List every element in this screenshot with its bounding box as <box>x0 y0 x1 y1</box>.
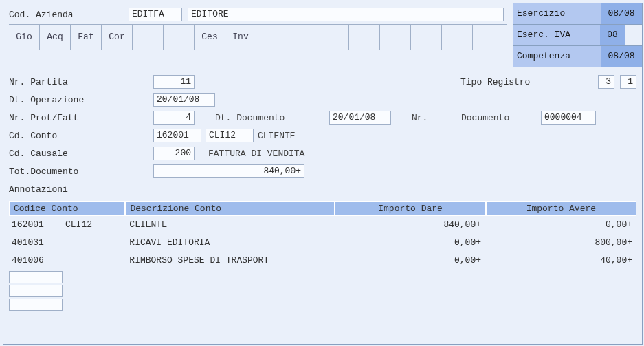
nr-documento-label: Documento <box>457 113 541 123</box>
tab-fat[interactable]: Fat <box>71 25 102 50</box>
cell-dare: 840,00+ <box>334 216 485 234</box>
col-descr-header: Descrizione Conto <box>125 201 335 216</box>
empty-codice-input-3[interactable] <box>9 299 63 311</box>
competenza-value[interactable]: 08/08 <box>601 46 642 67</box>
cd-conto-b-input[interactable] <box>206 129 254 142</box>
cell-descr: RICAVI EDITORIA <box>125 234 334 252</box>
cd-causale-input[interactable] <box>153 147 195 160</box>
tab-empty-6[interactable] <box>349 25 380 50</box>
nr-documento-input[interactable] <box>541 111 596 125</box>
cell-codice: 162001 CLI12 <box>9 216 125 234</box>
col-dare-header: Importo Dare <box>335 201 485 216</box>
tab-inv[interactable]: Inv <box>225 25 256 50</box>
nr-partita-input[interactable] <box>153 75 195 89</box>
esercizio-value[interactable]: 08/08 <box>601 3 642 24</box>
cod-azienda-label: Cod. Azienda <box>9 10 129 20</box>
empty-codice-input-1[interactable] <box>9 271 63 283</box>
cell-descr: RIMBORSO SPESE DI TRASPORT <box>125 252 334 270</box>
cd-conto-label: Cd. Conto <box>9 131 153 141</box>
cod-azienda-code-input[interactable] <box>129 8 182 21</box>
tab-empty-2[interactable] <box>164 25 195 50</box>
form-body: Nr. Partita Tipo Registro Dt. Operazione… <box>3 67 642 332</box>
tab-empty-8[interactable] <box>411 25 442 50</box>
tab-empty-3[interactable] <box>256 25 287 50</box>
tab-empty-7[interactable] <box>380 25 411 50</box>
header-left: Cod. Azienda Gio Acq Fat Cor Ces Inv <box>3 3 513 50</box>
cell-descr: CLIENTE <box>125 216 334 234</box>
exercise-panel: Esercizio 08/08 Eserc. IVA 08 Competenza… <box>513 3 642 67</box>
tab-empty-5[interactable] <box>318 25 349 50</box>
tab-empty-9[interactable] <box>442 25 473 50</box>
tipo-registro-a-input[interactable] <box>598 75 614 89</box>
cd-causale-label: Cd. Causale <box>9 149 153 159</box>
empty-row-inputs <box>9 271 636 311</box>
table-row[interactable]: 401006 RIMBORSO SPESE DI TRASPORT 0,00+ … <box>9 252 636 270</box>
tab-empty-1[interactable] <box>133 25 164 50</box>
nr-prot-fatt-input[interactable] <box>153 111 195 125</box>
col-codice-header: Codice Conto <box>9 201 125 216</box>
nr-prot-fatt-label: Nr. Prot/Fatt <box>9 113 153 123</box>
eserc-iva-label: Eserc. IVA <box>513 25 600 45</box>
col-avere-header: Importo Avere <box>486 201 636 216</box>
cell-codice: 401031 <box>9 234 125 252</box>
grid-body: 162001 CLI12 CLIENTE 840,00+ 0,00+ 40103… <box>9 216 636 326</box>
cell-dare: 0,00+ <box>334 234 485 252</box>
header-row: Cod. Azienda Gio Acq Fat Cor Ces Inv <box>3 3 642 67</box>
tab-acq[interactable]: Acq <box>40 25 71 50</box>
cd-conto-a-input[interactable] <box>153 129 201 142</box>
tipo-registro-label: Tipo Registro <box>460 77 598 87</box>
table-row[interactable]: 401031 RICAVI EDITORIA 0,00+ 800,00+ <box>9 234 636 252</box>
dt-documento-input[interactable] <box>329 111 391 125</box>
cell-dare: 0,00+ <box>334 252 485 270</box>
dt-operazione-input[interactable] <box>153 93 215 107</box>
tab-empty-4[interactable] <box>287 25 318 50</box>
grid-header: Codice Conto Descrizione Conto Importo D… <box>9 201 636 216</box>
esercizio-label: Esercizio <box>513 3 601 24</box>
nr-documento-prefix: Nr. <box>391 113 457 123</box>
tipo-registro-b-input[interactable] <box>620 75 636 89</box>
cell-avere: 40,00+ <box>485 252 636 270</box>
cod-azienda-name-input[interactable] <box>188 8 504 21</box>
eserc-iva-value[interactable]: 08 <box>600 25 625 45</box>
tot-documento-input[interactable] <box>153 164 304 178</box>
competenza-label: Competenza <box>513 46 601 67</box>
tab-empty-10[interactable] <box>473 25 507 50</box>
empty-codice-input-2[interactable] <box>9 285 63 297</box>
cell-codice: 401006 <box>9 252 125 270</box>
nr-partita-label: Nr. Partita <box>9 77 153 87</box>
dt-documento-label: Dt. Documento <box>195 113 329 123</box>
main-panel: Cod. Azienda Gio Acq Fat Cor Ces Inv <box>3 3 643 345</box>
cd-causale-desc: FATTURA DI VENDITA <box>195 149 309 159</box>
tot-documento-label: Tot.Documento <box>9 166 153 177</box>
cell-avere: 0,00+ <box>485 216 636 234</box>
dt-operazione-label: Dt. Operazione <box>9 95 153 105</box>
tab-gio[interactable]: Gio <box>9 25 40 50</box>
table-row[interactable]: 162001 CLI12 CLIENTE 840,00+ 0,00+ <box>9 216 636 234</box>
cell-avere: 800,00+ <box>485 234 636 252</box>
eserc-iva-extra <box>625 25 642 45</box>
tab-cor[interactable]: Cor <box>102 25 133 50</box>
annotazioni-label: Annotazioni <box>9 184 68 195</box>
tab-strip: Gio Acq Fat Cor Ces Inv <box>9 24 507 50</box>
tab-ces[interactable]: Ces <box>195 25 225 50</box>
cd-conto-desc: CLIENTE <box>254 131 300 141</box>
